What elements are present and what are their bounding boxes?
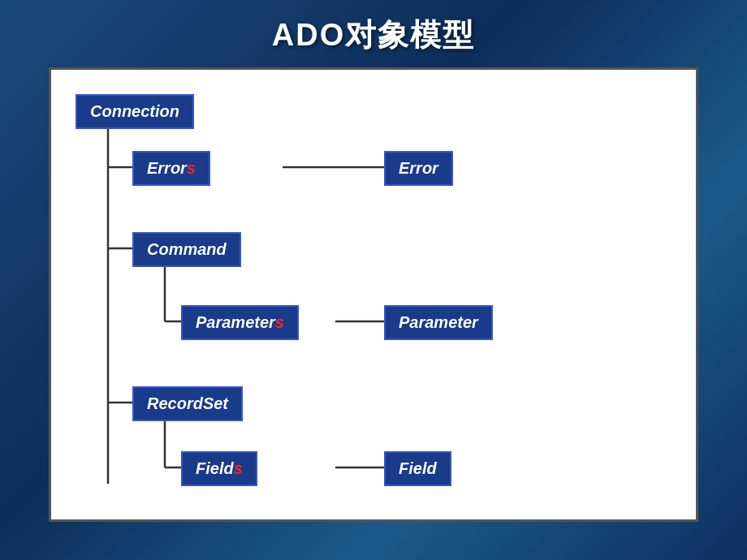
diagram-container: Connection Errors Error Command Paramete… xyxy=(49,67,698,522)
node-connection: Connection xyxy=(76,94,194,129)
field-label: Field xyxy=(399,459,437,478)
connector-lines xyxy=(67,86,684,500)
node-parameters: Parameters xyxy=(181,305,299,340)
page-title: ADO对象模型 xyxy=(272,15,475,56)
fields-suffix: s xyxy=(234,459,243,478)
node-recordset: RecordSet xyxy=(132,386,243,421)
diagram-inner: Connection Errors Error Command Paramete… xyxy=(67,86,684,500)
recordset-label: RecordSet xyxy=(147,394,228,413)
node-fields: Fields xyxy=(181,451,257,486)
node-command: Command xyxy=(132,232,241,267)
node-errors: Errors xyxy=(132,151,210,186)
node-field: Field xyxy=(384,451,451,486)
parameters-suffix: s xyxy=(275,313,284,332)
errors-suffix: s xyxy=(187,159,196,178)
node-parameter: Parameter xyxy=(384,305,493,340)
parameter-label: Parameter xyxy=(399,313,478,332)
connection-label: Connection xyxy=(90,102,179,121)
command-label: Command xyxy=(147,240,227,259)
fields-prefix: Field xyxy=(196,459,234,478)
node-error: Error xyxy=(384,151,453,186)
errors-prefix: Error xyxy=(147,159,187,178)
parameters-prefix: Parameter xyxy=(196,313,275,332)
error-label: Error xyxy=(399,159,438,178)
